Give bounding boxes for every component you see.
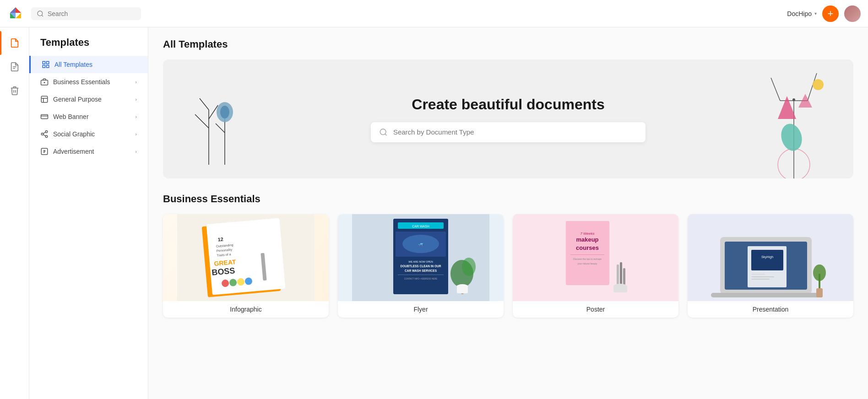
sidebar-icon-document[interactable] — [0, 31, 29, 55]
svg-text:12: 12 — [217, 236, 223, 242]
svg-text:your natural beauty: your natural beauty — [578, 262, 597, 265]
hero-search-icon — [379, 128, 388, 137]
card-label-infographic: Infographic — [163, 301, 329, 318]
svg-point-38 — [778, 121, 805, 153]
page-title: All Templates — [163, 38, 853, 50]
svg-rect-95 — [751, 276, 774, 277]
add-button[interactable]: + — [822, 5, 839, 22]
svg-rect-67 — [398, 275, 444, 275]
main-layout: Templates All Templates Business Essenti… — [0, 27, 868, 399]
search-icon — [37, 10, 44, 17]
chevron-right-icon: › — [135, 79, 137, 85]
sidebar-item-label: Business Essentials — [53, 78, 110, 86]
svg-point-31 — [380, 129, 386, 135]
card-image-flyer: CAR WASH 🚙 WE ARE NOW OPEN DOUBTLESS CLE… — [338, 214, 504, 301]
template-card-presentation[interactable]: SkyHigh Presentation — [688, 214, 853, 318]
svg-line-32 — [385, 134, 386, 135]
svg-rect-96 — [751, 279, 770, 280]
content-area: All Templates — [148, 27, 868, 399]
topnav-search-box[interactable] — [31, 7, 141, 20]
topnav-right: DocHipo ▾ + — [787, 5, 861, 22]
svg-point-41 — [813, 79, 824, 90]
sidebar-item-label: Web Banner — [53, 113, 89, 120]
svg-line-35 — [771, 78, 780, 101]
hero-search-box[interactable] — [371, 122, 646, 142]
brand-name: DocHipo — [787, 10, 812, 17]
svg-point-19 — [45, 135, 48, 138]
app-logo[interactable] — [7, 5, 31, 23]
hero-banner: Create beautiful documents — [163, 59, 853, 178]
svg-rect-7 — [43, 65, 45, 68]
svg-rect-83 — [620, 262, 622, 285]
chevron-right-icon: › — [135, 114, 137, 119]
svg-rect-79 — [570, 254, 604, 255]
svg-rect-94 — [751, 274, 765, 275]
sidebar-item-label: Advertisement — [53, 148, 94, 155]
svg-line-28 — [216, 124, 225, 133]
svg-rect-100 — [816, 288, 823, 297]
sidebar-item-advertisement[interactable]: Advertisement › — [29, 143, 148, 160]
card-image-poster: 7 Weeks makeup courses Discover the tips… — [513, 214, 678, 301]
chevron-right-icon: › — [135, 97, 137, 102]
sidebar-item-web-banner[interactable]: Web Banner › — [29, 108, 148, 125]
chevron-right-icon: › — [135, 149, 137, 154]
template-card-poster[interactable]: 7 Weeks makeup courses Discover the tips… — [513, 214, 678, 318]
svg-rect-15 — [41, 115, 48, 119]
svg-rect-8 — [47, 65, 49, 68]
brand-chevron: ▾ — [814, 11, 817, 16]
svg-text:SkyHigh: SkyHigh — [761, 255, 773, 259]
svg-point-18 — [41, 133, 43, 135]
svg-text:WE ARE NOW OPEN: WE ARE NOW OPEN — [408, 260, 433, 263]
sidebar-item-social-graphic[interactable]: Social Graphic › — [29, 125, 148, 143]
svg-rect-92 — [751, 250, 783, 270]
edit-icon — [10, 62, 20, 72]
template-cards-grid: 12 Outstanding Personality Traits of a G… — [163, 214, 853, 318]
svg-point-1 — [38, 11, 43, 16]
chevron-right-icon: › — [135, 131, 137, 137]
svg-text:courses: courses — [576, 244, 599, 251]
sidebar-item-business-essentials[interactable]: Business Essentials › — [29, 73, 148, 91]
svg-text:7 Weeks: 7 Weeks — [580, 232, 595, 236]
svg-rect-97 — [711, 293, 821, 297]
card-label-poster: Poster — [513, 301, 678, 318]
avatar[interactable] — [844, 5, 861, 22]
card-image-infographic: 12 Outstanding Personality Traits of a G… — [163, 214, 329, 301]
sidebar-item-general-purpose[interactable]: General Purpose › — [29, 91, 148, 108]
svg-text:Discover the tips to reshape: Discover the tips to reshape — [573, 258, 602, 260]
document-icon — [10, 38, 20, 48]
topnav: DocHipo ▾ + — [0, 0, 868, 27]
template-card-infographic[interactable]: 12 Outstanding Personality Traits of a G… — [163, 214, 329, 318]
all-templates-icon — [42, 60, 50, 69]
card-image-presentation: SkyHigh — [688, 214, 853, 301]
business-section-title: Business Essentials — [163, 193, 853, 205]
hero-search-input[interactable] — [393, 128, 637, 136]
svg-rect-84 — [623, 268, 625, 285]
brand-menu[interactable]: DocHipo ▾ — [787, 10, 817, 17]
template-card-flyer[interactable]: CAR WASH 🚙 WE ARE NOW OPEN DOUBTLESS CLE… — [338, 214, 504, 318]
sidebar-item-all-templates[interactable]: All Templates — [29, 56, 148, 73]
svg-rect-75 — [566, 221, 609, 285]
hero-title: Create beautiful documents — [371, 96, 646, 113]
nav-sidebar: Templates All Templates Business Essenti… — [29, 27, 148, 399]
svg-point-17 — [45, 131, 48, 133]
svg-line-20 — [43, 135, 45, 136]
svg-point-42 — [792, 98, 795, 101]
svg-line-26 — [200, 98, 209, 110]
svg-rect-82 — [617, 264, 619, 285]
svg-rect-86 — [613, 285, 627, 292]
sidebar-icon-trash[interactable] — [0, 79, 29, 102]
svg-line-21 — [43, 132, 45, 134]
svg-rect-6 — [47, 61, 49, 64]
svg-point-70 — [462, 258, 476, 276]
svg-text:CAR WASH SERVICES: CAR WASH SERVICES — [405, 269, 437, 272]
sidebar-item-label: All Templates — [54, 61, 92, 68]
web-banner-icon — [40, 113, 49, 121]
svg-point-30 — [220, 106, 229, 119]
nav-title: Templates — [29, 37, 148, 56]
sidebar-icon-edit[interactable] — [0, 55, 29, 79]
business-icon — [40, 78, 49, 86]
sidebar-item-label: General Purpose — [53, 96, 102, 103]
topnav-search-input[interactable] — [48, 10, 130, 17]
svg-text:CONTACT INFO • ADDRESS HERE: CONTACT INFO • ADDRESS HERE — [404, 278, 438, 280]
svg-rect-73 — [457, 285, 468, 293]
